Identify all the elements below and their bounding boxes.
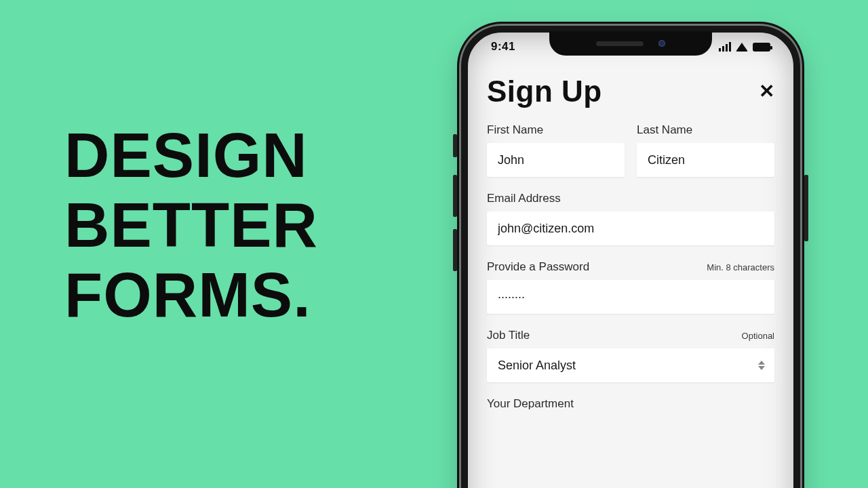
job-title-select[interactable] — [487, 348, 774, 382]
first-name-field: First Name — [487, 123, 625, 177]
password-label-row: Provide a Password Min. 8 characters — [487, 260, 774, 274]
password-label: Provide a Password — [487, 260, 589, 274]
phone-volume-up — [453, 175, 457, 217]
job-title-select-wrap — [487, 348, 774, 382]
job-title-field: Job Title Optional — [487, 329, 774, 382]
first-name-input[interactable] — [487, 143, 625, 177]
phone-mute-switch — [453, 134, 457, 157]
last-name-label: Last Name — [637, 123, 774, 137]
email-field: Email Address — [487, 192, 774, 245]
password-field: Provide a Password Min. 8 characters — [487, 260, 774, 314]
wifi-icon — [736, 43, 748, 52]
department-field: Your Department — [487, 397, 774, 411]
signup-form: First Name Last Name Email Address Provi… — [487, 123, 774, 411]
screen-header: Sign Up ✕ — [487, 75, 774, 108]
headline-block: DESIGNBETTERFORMS. — [64, 121, 417, 330]
cellular-signal-icon — [719, 42, 731, 52]
headline-text: DESIGNBETTERFORMS. — [64, 121, 417, 330]
job-title-label-row: Job Title Optional — [487, 329, 774, 342]
name-row: First Name Last Name — [487, 123, 774, 177]
status-icons — [719, 42, 770, 52]
phone-device: 9:41 Sign Up ✕ First Name Last Name — [461, 26, 800, 488]
password-input[interactable] — [487, 280, 774, 314]
page-title: Sign Up — [487, 75, 602, 108]
first-name-label: First Name — [487, 123, 625, 137]
job-title-label: Job Title — [487, 329, 530, 342]
email-input[interactable] — [487, 211, 774, 245]
battery-icon — [753, 43, 770, 52]
password-hint: Min. 8 characters — [707, 262, 774, 272]
email-label: Email Address — [487, 192, 774, 205]
status-bar: 9:41 — [468, 37, 793, 57]
status-time: 9:41 — [491, 40, 515, 54]
last-name-input[interactable] — [637, 143, 774, 177]
close-icon[interactable]: ✕ — [759, 82, 774, 101]
department-label: Your Department — [487, 397, 774, 411]
phone-volume-down — [453, 229, 457, 271]
job-title-hint: Optional — [742, 331, 774, 341]
phone-power-button — [804, 175, 808, 241]
signup-screen: Sign Up ✕ First Name Last Name Email Add… — [468, 65, 793, 488]
last-name-field: Last Name — [637, 123, 774, 177]
